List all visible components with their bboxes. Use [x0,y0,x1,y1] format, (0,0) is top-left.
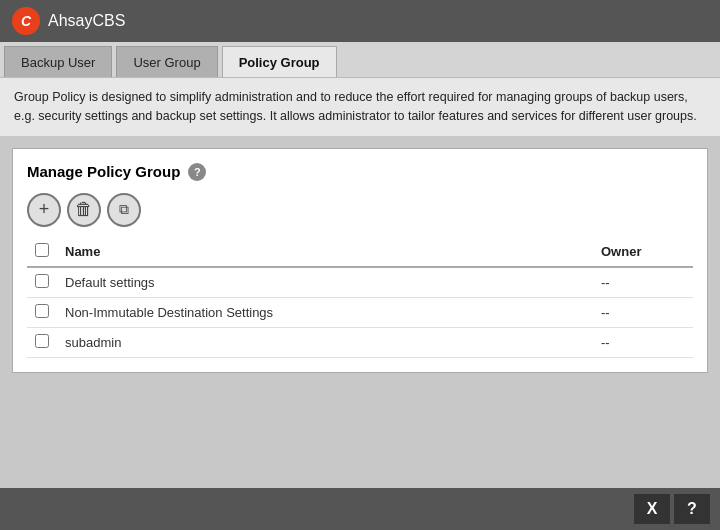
copy-button[interactable]: ⧉ [107,193,141,227]
row-checkbox[interactable] [35,274,49,288]
row-owner: -- [593,327,693,357]
row-checkbox[interactable] [35,304,49,318]
main-content: Manage Policy Group ? + 🗑 ⧉ [0,136,720,489]
delete-button[interactable]: 🗑 [67,193,101,227]
table-row: subadmin-- [27,327,693,357]
tab-backup-user[interactable]: Backup User [4,46,112,77]
row-checkbox-cell [27,267,57,298]
row-name[interactable]: Non-Immutable Destination Settings [57,297,593,327]
table-header-row: Name Owner [27,237,693,267]
description-area: Group Policy is designed to simplify adm… [0,78,720,136]
table-body: Default settings--Non-Immutable Destinat… [27,267,693,358]
manage-panel: Manage Policy Group ? + 🗑 ⧉ [12,148,708,373]
row-checkbox-cell [27,297,57,327]
policy-table: Name Owner Default settings--Non-Immutab… [27,237,693,358]
row-owner: -- [593,297,693,327]
table-row: Non-Immutable Destination Settings-- [27,297,693,327]
row-name[interactable]: subadmin [57,327,593,357]
panel-help-icon[interactable]: ? [188,163,206,181]
description-text: Group Policy is designed to simplify adm… [14,90,697,123]
col-header-owner: Owner [593,237,693,267]
tab-bar: Backup User User Group Policy Group [0,42,720,78]
table-row: Default settings-- [27,267,693,298]
tab-user-group[interactable]: User Group [116,46,217,77]
row-checkbox-cell [27,327,57,357]
panel-title: Manage Policy Group [27,163,180,180]
row-owner: -- [593,267,693,298]
row-checkbox[interactable] [35,334,49,348]
add-button[interactable]: + [27,193,61,227]
footer: X ? [0,488,720,530]
app-logo: C [12,7,40,35]
toolbar: + 🗑 ⧉ [27,193,693,227]
app-title: AhsayCBS [48,12,125,30]
row-name[interactable]: Default settings [57,267,593,298]
select-all-checkbox[interactable] [35,243,49,257]
col-header-name: Name [57,237,593,267]
panel-header: Manage Policy Group ? [27,163,693,181]
close-button[interactable]: X [634,494,670,524]
col-header-check [27,237,57,267]
tab-policy-group[interactable]: Policy Group [222,46,337,77]
app-header: C AhsayCBS [0,0,720,42]
footer-help-button[interactable]: ? [674,494,710,524]
